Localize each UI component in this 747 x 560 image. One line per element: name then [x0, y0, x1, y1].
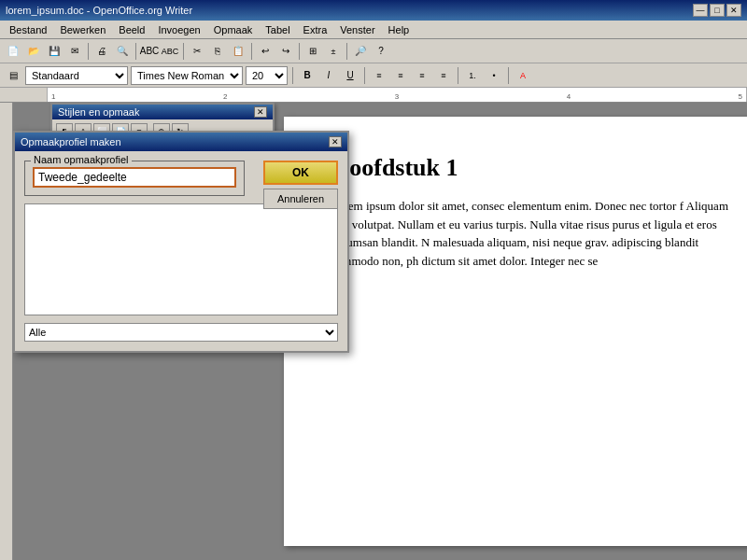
spell-button[interactable]: ABC	[140, 42, 159, 61]
left-ruler	[0, 103, 13, 560]
ruler-marks: 1 2 3 4 5	[51, 92, 742, 101]
document-heading: Hoofdstuk 1	[331, 154, 732, 182]
align-right-button[interactable]: ≡	[413, 66, 431, 85]
opmaakprofiel-dialog: Opmaakprofiel maken ✕ Naam opmaakprofiel…	[13, 131, 349, 353]
bold-button[interactable]: B	[298, 66, 317, 85]
table-button[interactable]: ⊞	[303, 42, 322, 61]
email-button[interactable]: ✉	[65, 42, 84, 61]
dialog-title-bar: Opmaakprofiel maken ✕	[15, 133, 347, 151]
dialog-close-button[interactable]: ✕	[329, 136, 342, 147]
italic-button[interactable]: I	[319, 66, 338, 85]
dialog-title-text: Opmaakprofiel maken	[21, 136, 121, 147]
menu-bar: Bestand Bewerken Beeld Invoegen Opmaak T…	[0, 21, 747, 39]
font-size-select[interactable]: 20	[246, 66, 288, 85]
paste-button[interactable]: 📋	[229, 42, 247, 61]
minimize-button[interactable]: —	[693, 4, 708, 17]
fmt-sep3	[458, 67, 458, 84]
menu-help[interactable]: Help	[383, 23, 416, 36]
menu-opmaak[interactable]: Opmaak	[208, 23, 259, 36]
menu-beeld[interactable]: Beeld	[113, 23, 150, 36]
style-select[interactable]: Standaard	[25, 66, 128, 85]
ruler-mark-3: 3	[395, 92, 399, 101]
title-bar: lorem_ipsum.doc - OpenOffice.org Writer …	[0, 0, 747, 21]
sep1	[88, 43, 89, 60]
dialog-overlay: Opmaakprofiel maken ✕ Naam opmaakprofiel…	[13, 131, 349, 353]
dialog-body: Naam opmaakprofiel OK Annuleren Alle	[15, 151, 347, 351]
cancel-button[interactable]: Annuleren	[263, 189, 338, 209]
dialog-footer: Alle	[24, 323, 338, 342]
cut-button[interactable]: ✂	[188, 42, 206, 61]
fmt-sep4	[508, 67, 509, 84]
justify-button[interactable]: ≡	[434, 66, 453, 85]
copy-button[interactable]: ⎘	[208, 42, 227, 61]
menu-tabel[interactable]: Tabel	[260, 23, 295, 36]
font-color-button[interactable]: A	[514, 66, 532, 85]
document-page: Hoofdstuk 1 Lorem ipsum dolor sit amet, …	[284, 117, 747, 546]
open-button[interactable]: 📂	[24, 42, 43, 61]
profile-name-input[interactable]	[33, 167, 236, 188]
fmt-sep2	[364, 67, 365, 84]
menu-venster[interactable]: Venster	[334, 23, 380, 36]
menu-bewerken[interactable]: Bewerken	[54, 23, 111, 36]
document-body[interactable]: Lorem ipsum dolor sit amet, consec eleme…	[331, 197, 732, 270]
dialog-list-area	[24, 203, 338, 315]
ruler-mark-5: 5	[739, 92, 742, 101]
sep5	[299, 43, 300, 60]
align-left-button[interactable]: ≡	[370, 66, 388, 85]
menu-extra[interactable]: Extra	[298, 23, 333, 36]
menu-bestand[interactable]: Bestand	[4, 23, 52, 36]
toolbar-standard: 📄 📂 💾 ✉ 🖨 🔍 ABC ABC ✂ ⎘ 📋 ↩ ↪ ⊞ ± 🔎 ?	[0, 39, 747, 63]
menu-invoegen[interactable]: Invoegen	[152, 23, 205, 36]
spell2-button[interactable]: ABC	[161, 42, 179, 61]
style-icon: ▤	[4, 66, 22, 85]
title-bar-buttons: — □ ✕	[693, 4, 741, 17]
align-center-button[interactable]: ≡	[391, 66, 410, 85]
ruler: 1 2 3 4 5	[0, 88, 747, 103]
styles-panel-title: Stijlen en opmaak ✕	[52, 105, 273, 119]
ruler-line: 1 2 3 4 5	[47, 88, 747, 103]
sep2	[135, 43, 136, 60]
ok-button[interactable]: OK	[263, 161, 338, 185]
show-changes-button[interactable]: ±	[324, 42, 343, 61]
bullets-button[interactable]: •	[485, 66, 503, 85]
numbering-button[interactable]: 1.	[463, 66, 482, 85]
sep4	[251, 43, 252, 60]
ruler-mark-1: 1	[51, 92, 55, 101]
new-button[interactable]: 📄	[4, 42, 22, 61]
zoom-button[interactable]: 🔎	[351, 42, 370, 61]
preview-button[interactable]: 🔍	[113, 42, 132, 61]
sep3	[183, 43, 184, 60]
formatting-toolbar: ▤ Standaard Times New Roman 20 B I U ≡ ≡…	[0, 63, 747, 88]
sep6	[346, 43, 347, 60]
field-group-legend: Naam opmaakprofiel	[31, 154, 132, 165]
redo-button[interactable]: ↪	[276, 42, 295, 61]
ruler-mark-2: 2	[223, 92, 227, 101]
title-bar-text: lorem_ipsum.doc - OpenOffice.org Writer	[6, 5, 693, 16]
dialog-content: Naam opmaakprofiel OK Annuleren	[24, 161, 338, 196]
save-button[interactable]: 💾	[45, 42, 63, 61]
styles-panel-close[interactable]: ✕	[254, 106, 267, 118]
scroll-area: Stijlen en opmaak ✕ ¶ A ⬜ 📄 ≡ ⊕ ↻ Eerste…	[13, 103, 747, 560]
footer-select[interactable]: Alle	[24, 323, 338, 342]
styles-panel-label: Stijlen en opmaak	[58, 106, 139, 118]
dialog-button-area: OK Annuleren	[263, 161, 338, 209]
help-button[interactable]: ?	[372, 42, 390, 61]
font-select[interactable]: Times New Roman	[131, 66, 243, 85]
print-button[interactable]: 🖨	[92, 42, 111, 61]
name-field-group: Naam opmaakprofiel	[24, 161, 245, 196]
ruler-mark-4: 4	[567, 92, 571, 101]
maximize-button[interactable]: □	[710, 4, 725, 17]
fmt-sep1	[292, 67, 293, 84]
underline-button[interactable]: U	[341, 66, 359, 85]
undo-button[interactable]: ↩	[256, 42, 275, 61]
close-button[interactable]: ✕	[726, 4, 741, 17]
main-area: Stijlen en opmaak ✕ ¶ A ⬜ 📄 ≡ ⊕ ↻ Eerste…	[0, 103, 747, 560]
